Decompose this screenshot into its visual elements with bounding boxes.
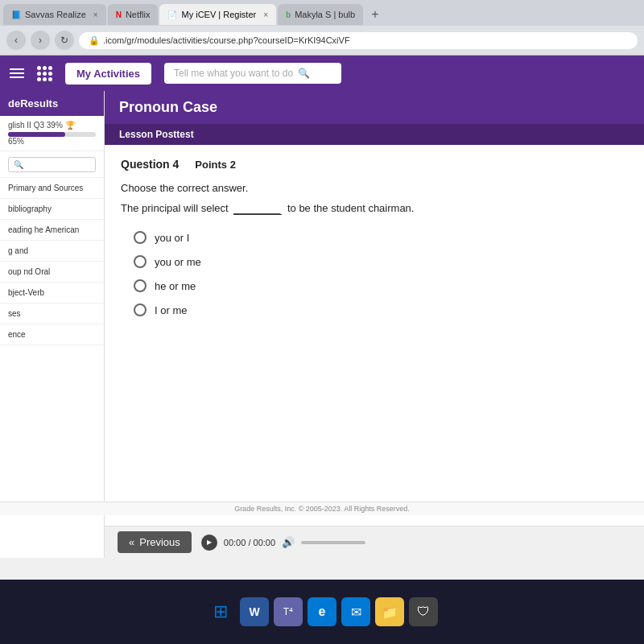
question-text-before: The principal will select — [121, 202, 229, 214]
question-blank: ________ — [233, 202, 282, 215]
question-instruction: Choose the correct answer. — [121, 182, 628, 194]
taskbar-word[interactable]: W — [240, 597, 269, 626]
option-1-label: you or I — [155, 232, 189, 244]
sidebar-item-label-1: bibliography — [8, 204, 52, 213]
tab-close-savvas[interactable]: × — [93, 10, 98, 19]
option-1[interactable]: you or I — [134, 231, 628, 244]
option-3[interactable]: he or me — [134, 279, 628, 292]
sidebar-brand: deResults — [0, 91, 104, 116]
sidebar-item-0[interactable]: Primary and Sources — [0, 178, 104, 199]
question-text: The principal will select ________ to be… — [121, 202, 628, 215]
icev-tab-label: My iCEV | Register — [181, 10, 256, 19]
url-bar[interactable]: 🔒 .icom/gr/modules/activities/course.php… — [79, 32, 638, 49]
sidebar-search-input[interactable] — [8, 157, 96, 172]
audio-time: 00:00 / 00:00 — [224, 538, 275, 547]
volume-icon[interactable]: 🔊 — [282, 536, 295, 548]
browser-window: 📘 Savvas Realize × N Netflix 📄 My iCEV |… — [0, 0, 644, 580]
radio-option-2[interactable] — [134, 255, 147, 268]
search-icon: 🔍 — [298, 68, 310, 79]
sidebar-item-3[interactable]: g and — [0, 241, 104, 262]
option-4-label: I or me — [155, 304, 187, 316]
top-nav: My Activities Tell me what you want to d… — [0, 56, 644, 91]
sidebar-item-label-6: ses — [8, 309, 21, 318]
previous-label: Previous — [139, 536, 180, 548]
page-title: Pronoun Case — [119, 99, 630, 116]
reload-button[interactable]: ↻ — [55, 31, 74, 50]
lesson-body: Question 4 Points 2 Choose the correct a… — [105, 145, 644, 526]
search-bar[interactable]: Tell me what you want to do 🔍 — [164, 63, 341, 84]
option-3-label: he or me — [155, 280, 196, 292]
radio-option-3[interactable] — [134, 279, 147, 292]
points-label: Points 2 — [195, 159, 236, 171]
previous-button[interactable]: « Previous — [118, 531, 192, 553]
taskbar-files[interactable]: 📁 — [375, 597, 404, 626]
taskbar: ⊞ W T⁴ e ✉ 📁 🛡 — [0, 580, 644, 644]
tab-savvas[interactable]: 📘 Savvas Realize × — [3, 4, 106, 25]
sidebar-item-label-4: oup nd Oral — [8, 267, 50, 276]
trophy-label: 39% 🏆 — [47, 121, 75, 130]
netflix-tab-icon: N — [116, 10, 122, 19]
radio-option-1[interactable] — [134, 231, 147, 244]
sidebar: deResults glish II Q3 39% 🏆 65% Primary … — [0, 91, 105, 558]
progress-text: 65% — [8, 137, 24, 146]
bulb-tab-icon: b — [286, 10, 291, 19]
sidebar-item-label-7: ence — [8, 330, 26, 339]
logo-dots — [37, 66, 52, 81]
new-tab-button[interactable]: + — [365, 6, 385, 23]
radio-option-4[interactable] — [134, 303, 147, 316]
question-header: Question 4 Points 2 — [121, 158, 628, 171]
icev-tab-icon: 📄 — [167, 10, 177, 19]
sidebar-item-6[interactable]: ses — [0, 303, 104, 324]
forward-button[interactable]: › — [31, 31, 50, 50]
course-label: glish II Q3 — [8, 121, 44, 130]
chevron-left-icon: « — [129, 536, 134, 548]
main-content: deResults glish II Q3 39% 🏆 65% Primary … — [0, 91, 644, 558]
hamburger-icon[interactable] — [10, 68, 24, 78]
savvas-tab-label: Savvas Realize — [25, 10, 86, 19]
tab-bulb[interactable]: b Makyla S | bulb — [278, 4, 363, 25]
audio-controls: ▶ 00:00 / 00:00 🔊 — [201, 535, 365, 551]
option-4[interactable]: I or me — [134, 303, 628, 316]
audio-slider[interactable] — [301, 541, 365, 544]
footer-bar: Grade Results, Inc. © 2005-2023. All Rig… — [0, 502, 644, 515]
sidebar-item-label-3: g and — [8, 246, 28, 255]
sidebar-item-7[interactable]: ence — [0, 324, 104, 345]
question-text-after: to be the student chairman. — [287, 202, 415, 214]
netflix-tab-label: Netflix — [126, 10, 151, 19]
back-button[interactable]: ‹ — [6, 31, 26, 50]
url-text: .icom/gr/modules/activities/course.php?c… — [103, 35, 628, 45]
search-text: Tell me what you want to do — [174, 68, 293, 79]
question-number: Question 4 — [121, 158, 179, 171]
copyright-text: Grade Results, Inc. © 2005-2023. All Rig… — [234, 505, 410, 513]
address-bar: ‹ › ↻ 🔒 .icom/gr/modules/activities/cour… — [0, 26, 644, 55]
sidebar-item-1[interactable]: bibliography — [0, 199, 104, 220]
tab-icev[interactable]: 📄 My iCEV | Register × — [159, 4, 276, 25]
sidebar-item-5[interactable]: bject-Verb — [0, 283, 104, 303]
taskbar-edge[interactable]: e — [308, 597, 336, 626]
tab-bar: 📘 Savvas Realize × N Netflix 📄 My iCEV |… — [0, 0, 644, 26]
lesson-section-label: Lesson Posttest — [105, 124, 644, 145]
my-activities-button[interactable]: My Activities — [65, 63, 151, 85]
app-container: My Activities Tell me what you want to d… — [0, 56, 644, 558]
taskbar-teams[interactable]: T⁴ — [274, 597, 303, 626]
option-2-label: you or me — [155, 256, 201, 268]
sidebar-search — [0, 151, 104, 178]
play-button[interactable]: ▶ — [201, 535, 217, 551]
taskbar-windows[interactable]: ⊞ — [206, 597, 235, 626]
sidebar-item-label-5: bject-Verb — [8, 288, 44, 297]
my-activities-label: My Activities — [76, 68, 140, 80]
sidebar-item-label-0: Primary and Sources — [8, 184, 83, 192]
options-list: you or I you or me he or me I or — [134, 231, 628, 316]
taskbar-mail[interactable]: ✉ — [341, 597, 370, 626]
tab-close-icev[interactable]: × — [263, 10, 268, 19]
sidebar-item-label-2: eading he American — [8, 225, 79, 234]
bulb-tab-label: Makyla S | bulb — [295, 10, 355, 19]
tab-netflix[interactable]: N Netflix — [108, 4, 159, 25]
sidebar-brand-name: deResults — [8, 97, 96, 109]
taskbar-security[interactable]: 🛡 — [409, 597, 438, 626]
sidebar-progress: glish II Q3 39% 🏆 65% — [0, 116, 104, 151]
option-2[interactable]: you or me — [134, 255, 628, 268]
content-panel: Pronoun Case Lesson Posttest Question 4 … — [105, 91, 644, 558]
sidebar-item-2[interactable]: eading he American — [0, 220, 104, 241]
sidebar-item-4[interactable]: oup nd Oral — [0, 262, 104, 283]
